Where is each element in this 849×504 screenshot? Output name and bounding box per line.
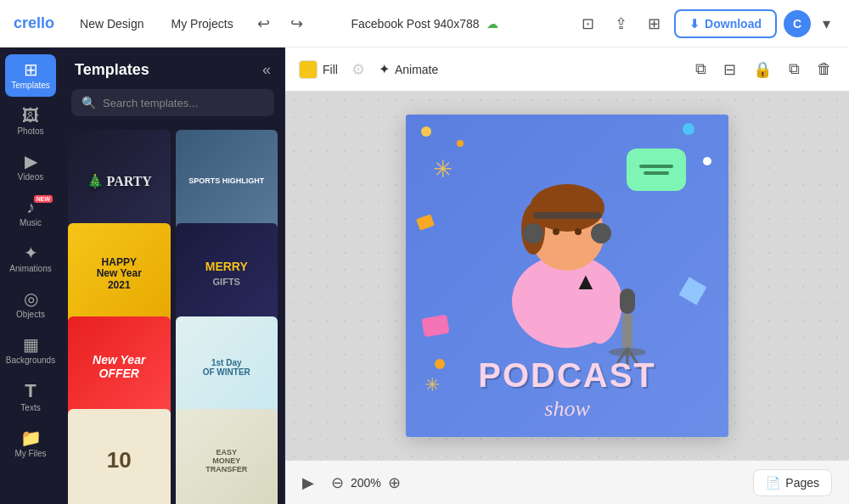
animate-button[interactable]: ✦ Animate — [379, 61, 438, 77]
template-card[interactable]: New YearOFFER — [68, 316, 171, 419]
objects-icon: ◎ — [24, 290, 38, 307]
canvas-bottom: ▶ ⊖ 200% ⊕ 📄 Pages — [285, 460, 849, 504]
sidebar-item-videos[interactable]: ▶ Videos — [5, 146, 56, 188]
fill-color-swatch — [299, 60, 318, 79]
sidebar-item-objects[interactable]: ◎ Objects — [5, 283, 56, 326]
sidebar-icons: ⊞ Templates 🖼 Photos ▶ Videos ♪ Music NE… — [0, 48, 61, 504]
deco-dot-4 — [703, 157, 711, 165]
panel-collapse-button[interactable]: « — [262, 61, 271, 79]
panel-header: Templates « — [61, 48, 284, 89]
music-new-badge: NEW — [34, 195, 53, 203]
zoom-value: 200% — [351, 476, 381, 490]
pages-icon: 📄 — [766, 476, 780, 490]
avatar-button[interactable]: C — [784, 10, 811, 37]
resize-icon[interactable]: ⊞ — [641, 11, 667, 36]
svg-point-7 — [553, 228, 559, 235]
canvas-card[interactable]: ✳ — [406, 115, 728, 437]
panel-title: Templates — [75, 61, 149, 79]
template-card-label: EASYMONEYTRANSFER — [176, 409, 278, 504]
template-card[interactable]: HAPPYNew Year2021 — [68, 223, 171, 326]
templates-panel: Templates « 🔍 🎄 PARTY SPORTS HIGHLIGHT — [61, 48, 285, 504]
new-design-button[interactable]: New Design — [71, 12, 152, 36]
starburst-icon: ✳ — [424, 374, 440, 396]
photos-icon: 🖼 — [22, 107, 39, 124]
chevron-down-icon[interactable]: ▾ — [818, 11, 835, 36]
lock-icon[interactable]: 🔒 — [750, 57, 775, 82]
template-grid: 🎄 PARTY SPORTS HIGHLIGHT HAPPYNew Year20… — [61, 126, 284, 504]
topbar-right: ⊡ ⇪ ⊞ ⬇ Download C ▾ — [575, 9, 835, 38]
template-card-label: HAPPYNew Year2021 — [68, 223, 171, 326]
delete-icon[interactable]: 🗑 — [813, 57, 835, 82]
backgrounds-icon: ▦ — [23, 336, 39, 353]
play-button[interactable]: ▶ — [302, 473, 314, 492]
sun-icon: ✳ — [433, 155, 453, 183]
sidebar-item-backgrounds[interactable]: ▦ Backgrounds — [5, 329, 56, 372]
canvas-workspace[interactable]: ▲ ✳ — [285, 92, 849, 460]
duplicate-icon[interactable]: ⧉ — [785, 57, 803, 82]
animate-label: Animate — [395, 63, 438, 76]
topbar: crello New Design My Projects ↩ ↪ Facebo… — [0, 0, 849, 48]
align-icon[interactable]: ⊟ — [720, 57, 739, 82]
deco-dot-bottom — [435, 359, 445, 369]
topbar-center: Facebook Post 940x788 ☁ — [351, 17, 498, 31]
sidebar-item-photos-label: Photos — [17, 126, 43, 136]
search-icon: 🔍 — [82, 96, 96, 109]
svg-point-8 — [575, 228, 582, 235]
template-card[interactable]: 10 — [68, 409, 171, 504]
pages-label: Pages — [785, 476, 819, 490]
sidebar-item-music-label: Music — [20, 218, 42, 227]
pages-button[interactable]: 📄 Pages — [753, 469, 832, 496]
zoom-controls: ⊖ 200% ⊕ — [331, 473, 401, 492]
layers-icon[interactable]: ⧉ — [692, 57, 710, 82]
redo-button[interactable]: ↪ — [285, 11, 308, 36]
svg-rect-10 — [620, 288, 635, 314]
share-icon[interactable]: ⇪ — [608, 11, 634, 36]
sidebar-item-animations[interactable]: ✦ Animations — [5, 238, 56, 280]
zoom-in-button[interactable]: ⊕ — [388, 473, 401, 492]
divider-icon: ⚙ — [351, 60, 365, 79]
sidebar-item-photos[interactable]: 🖼 Photos — [5, 100, 56, 143]
sidebar-item-videos-label: Videos — [18, 172, 43, 182]
logo: crello — [14, 14, 54, 32]
search-input[interactable] — [103, 97, 264, 109]
template-card-label: MERRYGIFTS — [176, 223, 278, 326]
my-projects-button[interactable]: My Projects — [163, 12, 242, 36]
download-icon: ⬇ — [689, 17, 700, 31]
deco-dot-1 — [421, 126, 431, 137]
sidebar-item-objects-label: Objects — [16, 310, 45, 319]
sidebar-item-texts[interactable]: T Texts — [5, 375, 56, 419]
animations-icon: ✦ — [24, 244, 38, 261]
present-icon[interactable]: ⊡ — [575, 11, 601, 36]
zoom-out-button[interactable]: ⊖ — [331, 473, 344, 492]
person-illustration — [465, 132, 669, 369]
podcast-illustration: ✳ — [406, 115, 728, 437]
sidebar-item-myfiles[interactable]: 📁 My Files — [5, 423, 56, 465]
svg-rect-11 — [622, 314, 633, 348]
template-card[interactable]: EASYMONEYTRANSFER — [176, 409, 278, 504]
template-card[interactable]: 1st DayOF WINTER — [176, 316, 278, 419]
texts-icon: T — [25, 382, 36, 400]
deco-diamond-1 — [679, 277, 707, 305]
template-card-label: 1st DayOF WINTER — [176, 316, 278, 419]
svg-point-6 — [591, 223, 611, 244]
sidebar-item-templates[interactable]: ⊞ Templates — [5, 54, 56, 97]
sidebar-item-myfiles-label: My Files — [14, 449, 46, 458]
undo-button[interactable]: ↩ — [252, 11, 275, 36]
template-card[interactable]: 🎄 PARTY — [68, 130, 171, 232]
fill-label: Fill — [323, 63, 338, 76]
podcast-subtitle: show — [544, 396, 589, 422]
deco-shape-1 — [421, 315, 449, 338]
main-layout: ⊞ Templates 🖼 Photos ▶ Videos ♪ Music NE… — [0, 48, 849, 504]
deco-dot-3 — [683, 123, 694, 135]
templates-icon: ⊞ — [24, 61, 38, 78]
deco-dot-2 — [457, 140, 464, 147]
search-box: 🔍 — [71, 89, 274, 116]
canvas-toolbar-right: ⧉ ⊟ 🔒 ⧉ 🗑 — [692, 57, 835, 82]
template-card[interactable]: MERRYGIFTS — [176, 223, 278, 326]
fill-button[interactable]: Fill — [299, 60, 338, 79]
download-label: Download — [705, 17, 762, 31]
template-card[interactable]: SPORTS HIGHLIGHT — [176, 130, 278, 232]
videos-icon: ▶ — [25, 153, 37, 170]
download-button[interactable]: ⬇ Download — [674, 9, 777, 38]
template-card-label: 🎄 PARTY — [68, 130, 171, 232]
